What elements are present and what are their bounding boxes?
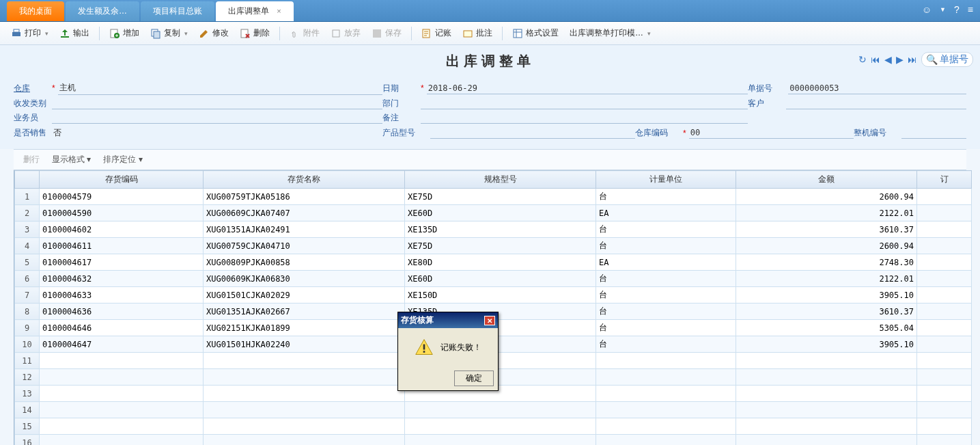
table-row[interactable]: 16 [15,435,972,446]
cell-name[interactable]: XUG01351AJKA02667 [204,304,405,320]
table-row[interactable]: 10100004579XUG00759TJKA05186XE75D台2600.9… [15,189,972,205]
cell-amount[interactable] [736,418,917,435]
tab-balance[interactable]: 发生额及余… [66,1,139,21]
cell-unit[interactable] [596,386,736,402]
cell-code[interactable] [40,435,204,446]
cell-code[interactable] [40,418,204,435]
is-sale-field[interactable]: 否 [52,126,382,139]
cell-name[interactable]: XUG00759TJKA05186 [204,189,405,205]
date-field[interactable]: 2018-06-29 [427,83,748,94]
table-row[interactable]: 70100004633XUG01501CJKA02029XE150D台3905.… [15,287,972,304]
cell-spec[interactable]: XE60D [405,205,596,221]
col-name[interactable]: 存货名称 [204,171,405,189]
refresh-icon[interactable]: ↻ [858,54,867,65]
cell-ext[interactable] [917,238,972,254]
cell-amount[interactable]: 2122.01 [736,205,917,221]
operator-field[interactable] [52,113,382,124]
cell-unit[interactable]: 台 [596,320,736,336]
machine-no-field[interactable] [901,128,966,139]
post-button[interactable]: 记账 [417,25,456,41]
cell-ext[interactable] [917,221,972,238]
cell-spec[interactable]: XE75D [405,238,596,254]
cell-name[interactable]: XUG00759CJKA04710 [204,238,405,254]
cell-code[interactable]: 0100004602 [40,221,204,238]
attach-button[interactable]: 附件 [285,25,324,41]
cell-code[interactable]: 0100004590 [40,205,204,221]
cell-unit[interactable] [596,418,736,435]
cell-code[interactable]: 0100004647 [40,336,204,353]
cell-unit[interactable]: 台 [596,189,736,205]
cell-amount[interactable] [736,435,917,446]
cell-amount[interactable]: 3905.10 [736,287,917,304]
menu-icon[interactable]: ≡ [968,4,973,15]
cell-code[interactable] [40,402,204,418]
cell-name[interactable] [204,418,405,435]
cell-code[interactable]: 0100004636 [40,304,204,320]
cell-amount[interactable]: 2122.01 [736,271,917,287]
cell-code[interactable] [40,386,204,402]
table-row[interactable]: 50100004617XUG00809PJKA00858XE80DEA2748.… [15,254,972,271]
cell-unit[interactable]: 台 [596,221,736,238]
cell-ext[interactable] [917,418,972,435]
cell-ext[interactable] [917,435,972,446]
cell-ext[interactable] [917,386,972,402]
col-ext[interactable]: 订 [917,171,972,189]
col-amount[interactable]: 金额 [736,171,917,189]
cell-name[interactable] [204,402,405,418]
add-button[interactable]: 增加 [105,25,143,41]
doc-no-field[interactable]: 0000000053 [788,83,966,94]
cell-unit[interactable] [596,435,736,446]
cell-code[interactable]: 0100004579 [40,189,204,205]
cell-ext[interactable] [917,189,972,205]
cell-spec[interactable] [405,435,596,446]
cell-unit[interactable] [596,402,736,418]
cell-spec[interactable]: XE75D [405,189,596,205]
smiley-icon[interactable]: ☺ [922,4,932,15]
export-button[interactable]: 输出 [55,25,94,41]
format-button[interactable]: 格式设置 [508,25,563,41]
table-row[interactable]: 60100004632XUG00609KJKA06830XE60D台2122.0… [15,271,972,287]
template-button[interactable]: 出库调整单打印模…▾ [565,25,655,41]
col-spec[interactable]: 规格型号 [405,171,596,189]
display-format-button[interactable]: 显示格式 ▾ [49,152,94,167]
cell-ext[interactable] [917,369,972,386]
product-model-field[interactable] [430,128,635,139]
tab-outbound-adj[interactable]: 出库调整单 × [216,1,294,21]
cell-spec[interactable]: XE135D [405,221,596,238]
cell-spec[interactable] [405,418,596,435]
cell-unit[interactable]: 台 [596,304,736,320]
cell-code[interactable]: 0100004611 [40,238,204,254]
warehouse-field[interactable]: 主机 [58,81,382,95]
cell-unit[interactable]: EA [596,205,736,221]
col-rownum[interactable] [15,171,40,189]
delete-button[interactable]: 删除 [236,25,274,41]
cell-amount[interactable]: 3610.37 [736,304,917,320]
col-code[interactable]: 存货编码 [40,171,204,189]
abandon-button[interactable]: 放弃 [326,25,365,41]
col-unit[interactable]: 计量单位 [596,171,736,189]
cell-amount[interactable] [736,402,917,418]
table-row[interactable]: 15 [15,418,972,435]
category-field[interactable] [52,98,382,109]
save-button[interactable]: 保存 [367,25,406,41]
cell-code[interactable]: 0100004632 [40,271,204,287]
cell-name[interactable] [204,435,405,446]
table-row[interactable]: 20100004590XUG00609CJKA07407XE60DEA2122.… [15,205,972,221]
cell-name[interactable]: XUG02151KJKA01899 [204,320,405,336]
cell-ext[interactable] [917,336,972,353]
prev-icon[interactable]: ◀ [884,54,892,65]
cell-name[interactable] [204,386,405,402]
cell-code[interactable]: 0100004617 [40,254,204,271]
copy-button[interactable]: 复制▾ [146,25,192,41]
cell-unit[interactable] [596,353,736,369]
cell-name[interactable]: XUG01501HJKA02240 [204,336,405,353]
cell-name[interactable] [204,353,405,369]
sort-button[interactable]: 排序定位 ▾ [100,152,145,167]
cell-name[interactable]: XUG00609CJKA07407 [204,205,405,221]
cell-ext[interactable] [917,205,972,221]
warehouse-label[interactable]: 仓库 [14,83,52,94]
cell-ext[interactable] [917,320,972,336]
cell-amount[interactable] [736,386,917,402]
cell-amount[interactable]: 2600.94 [736,238,917,254]
cell-name[interactable]: XUG00809PJKA00858 [204,254,405,271]
